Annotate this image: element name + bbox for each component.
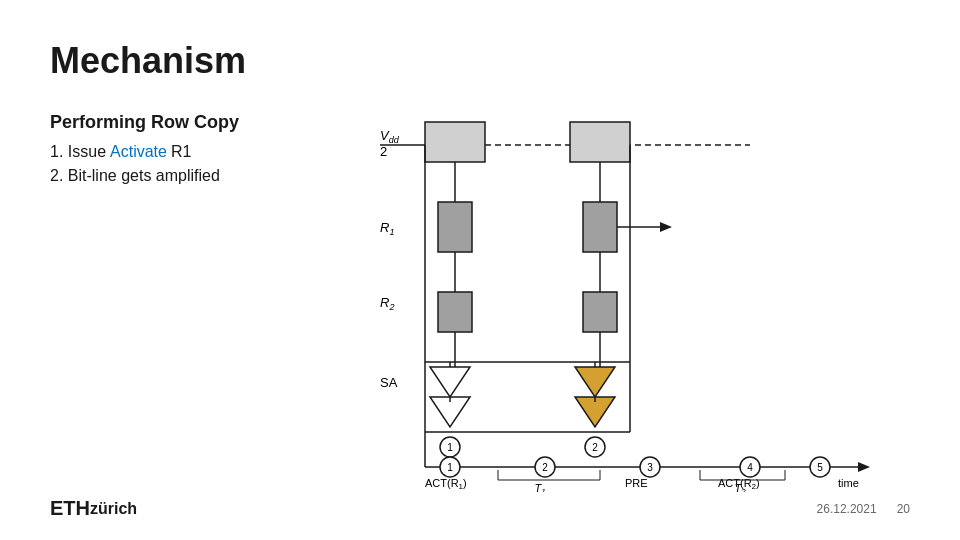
svg-text:ACT(R1): ACT(R1) bbox=[425, 477, 467, 491]
list-number-2: 2. Bit-line gets amplified bbox=[50, 167, 220, 185]
svg-rect-5 bbox=[570, 122, 630, 162]
eth-logo: ETHzürich bbox=[50, 497, 137, 520]
list-item-1: 1. Issue Activate R1 bbox=[50, 143, 330, 161]
svg-text:Vdd: Vdd bbox=[380, 128, 400, 145]
svg-text:2: 2 bbox=[380, 144, 387, 159]
svg-text:SA: SA bbox=[380, 375, 398, 390]
list-r1: R1 bbox=[171, 143, 191, 161]
footer: ETHzürich 26.12.2021 20 bbox=[50, 497, 910, 520]
svg-marker-21 bbox=[430, 367, 470, 397]
date-text: 26.12.2021 bbox=[817, 502, 877, 516]
svg-text:5: 5 bbox=[817, 462, 823, 473]
section-heading: Performing Row Copy bbox=[50, 112, 330, 133]
page-number: 20 bbox=[897, 502, 910, 516]
svg-rect-16 bbox=[438, 292, 472, 332]
svg-rect-10 bbox=[583, 202, 617, 252]
svg-marker-23 bbox=[575, 367, 615, 397]
svg-text:1: 1 bbox=[447, 442, 453, 453]
content-area: Performing Row Copy 1. Issue Activate R1… bbox=[50, 112, 910, 492]
slide-title: Mechanism bbox=[50, 40, 910, 82]
svg-text:2: 2 bbox=[542, 462, 548, 473]
svg-rect-17 bbox=[583, 292, 617, 332]
eth-text: ETH bbox=[50, 497, 90, 520]
svg-text:2: 2 bbox=[592, 442, 598, 453]
svg-rect-9 bbox=[438, 202, 472, 252]
list-number-1: 1. Issue bbox=[50, 143, 106, 161]
diagram-section: Vdd 2 R1 bbox=[350, 112, 910, 492]
zurich-text: zürich bbox=[90, 500, 137, 518]
page-info: 26.12.2021 20 bbox=[817, 502, 910, 516]
svg-text:R1: R1 bbox=[380, 220, 394, 237]
list-item-2: 2. Bit-line gets amplified bbox=[50, 167, 330, 185]
highlight-activate: Activate bbox=[110, 143, 167, 161]
svg-marker-12 bbox=[660, 222, 672, 232]
svg-text:R2: R2 bbox=[380, 295, 394, 312]
svg-text:4: 4 bbox=[747, 462, 753, 473]
svg-rect-4 bbox=[425, 122, 485, 162]
svg-marker-36 bbox=[858, 462, 870, 472]
circuit-diagram: Vdd 2 R1 bbox=[370, 112, 890, 492]
text-section: Performing Row Copy 1. Issue Activate R1… bbox=[50, 112, 330, 492]
svg-text:T1: T1 bbox=[534, 482, 545, 492]
svg-text:time: time bbox=[838, 477, 859, 489]
svg-text:3: 3 bbox=[647, 462, 653, 473]
svg-text:1: 1 bbox=[447, 462, 453, 473]
slide: Mechanism Performing Row Copy 1. Issue A… bbox=[0, 0, 960, 540]
svg-text:PRE: PRE bbox=[625, 477, 648, 489]
